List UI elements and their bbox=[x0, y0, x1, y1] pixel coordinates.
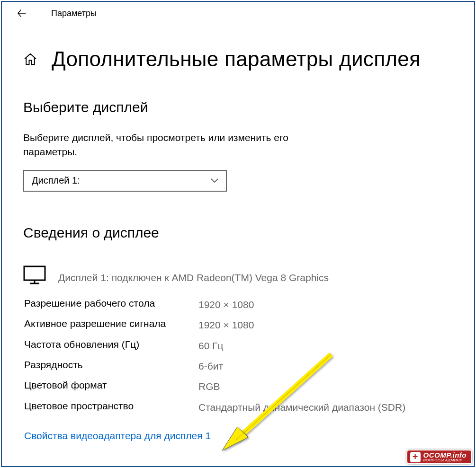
back-button[interactable] bbox=[16, 8, 27, 19]
watermark-badge: + OCOMP.info ВОПРОСЫ АДМИНУ bbox=[406, 450, 472, 464]
display-connected-row: Дисплей 1: подключен к AMD Radeon(TM) Ve… bbox=[23, 265, 450, 284]
watermark-text: OCOMP.info ВОПРОСЫ АДМИНУ bbox=[423, 451, 467, 462]
display-connected-text: Дисплей 1: подключен к AMD Radeon(TM) Ve… bbox=[58, 272, 329, 284]
property-label: Активное разрешение сигнала bbox=[24, 318, 198, 329]
property-row: Цветовой форматRGB bbox=[24, 380, 450, 393]
property-value: Стандартный динамический диапазон (SDR) bbox=[198, 400, 405, 414]
page-title-row: Дополнительные параметры дисплея bbox=[23, 47, 450, 71]
property-row: Разрешение рабочего стола1920 × 1080 bbox=[24, 298, 450, 311]
titlebar: Параметры bbox=[2, 2, 474, 25]
content-area: Дополнительные параметры дисплея Выберит… bbox=[2, 25, 474, 442]
svg-rect-0 bbox=[24, 266, 45, 280]
display-info-heading: Сведения о дисплее bbox=[23, 225, 450, 241]
display-adapter-properties-link[interactable]: Свойства видеоадаптера для дисплея 1 bbox=[24, 430, 211, 442]
chevron-down-icon bbox=[211, 178, 218, 183]
display-properties-table: Разрешение рабочего стола1920 × 1080Акти… bbox=[24, 298, 450, 414]
property-value: 1920 × 1080 bbox=[198, 298, 254, 311]
property-row: Частота обновления (Гц)60 Гц bbox=[24, 339, 450, 353]
home-button[interactable] bbox=[23, 52, 37, 66]
property-label: Цветовой формат bbox=[24, 380, 198, 391]
page-title: Дополнительные параметры дисплея bbox=[52, 47, 421, 71]
settings-window: Параметры Дополнительные параметры диспл… bbox=[1, 1, 475, 467]
arrow-left-icon bbox=[16, 8, 27, 19]
watermark-sub: ВОПРОСЫ АДМИНУ bbox=[423, 459, 467, 462]
plus-icon: + bbox=[410, 452, 421, 462]
property-label: Разрядность bbox=[24, 359, 198, 371]
property-row: Цветовое пространствоСтандартный динамич… bbox=[24, 400, 450, 414]
select-display-heading: Выберите дисплей bbox=[23, 99, 450, 115]
home-icon bbox=[23, 52, 37, 66]
property-label: Частота обновления (Гц) bbox=[24, 339, 198, 350]
watermark-main: OCOMP.info bbox=[423, 451, 467, 459]
monitor-icon bbox=[23, 265, 46, 284]
property-value: 60 Гц bbox=[198, 339, 224, 353]
property-label: Цветовое пространство bbox=[24, 400, 198, 412]
property-label: Разрешение рабочего стола bbox=[24, 298, 198, 309]
property-value: 6-бит bbox=[198, 359, 223, 373]
property-value: 1920 × 1080 bbox=[198, 318, 254, 332]
display-selector-dropdown[interactable]: Дисплей 1: bbox=[23, 170, 227, 192]
select-display-description: Выберите дисплей, чтобы просмотреть или … bbox=[23, 131, 307, 159]
display-info-section: Сведения о дисплее Дисплей 1: подключен … bbox=[23, 225, 450, 442]
titlebar-title: Параметры bbox=[51, 9, 97, 18]
property-row: Активное разрешение сигнала1920 × 1080 bbox=[24, 318, 450, 332]
property-value: RGB bbox=[198, 380, 220, 393]
dropdown-selected-value: Дисплей 1: bbox=[32, 175, 80, 186]
property-row: Разрядность6-бит bbox=[24, 359, 450, 373]
